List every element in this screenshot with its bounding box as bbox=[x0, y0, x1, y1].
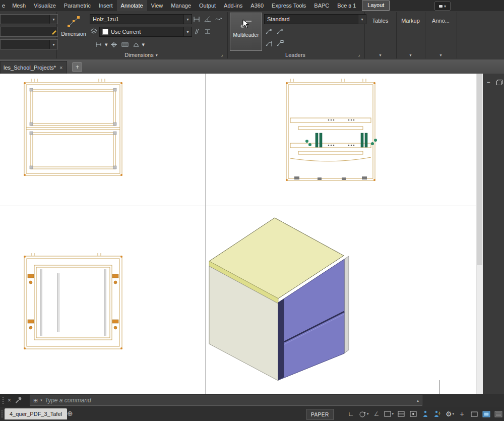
settings-gear-icon[interactable]: ⚙ ▾ bbox=[446, 409, 454, 419]
leader-tools-row1 bbox=[264, 27, 285, 36]
close-icon[interactable]: × bbox=[8, 397, 11, 404]
panel-separator bbox=[227, 12, 228, 58]
adjust-space-icon[interactable] bbox=[203, 27, 213, 36]
close-icon[interactable]: × bbox=[59, 65, 62, 71]
document-tab[interactable]: les_School_Projects* × bbox=[0, 61, 67, 74]
angular-dimension-icon[interactable] bbox=[203, 14, 213, 23]
plus-icon: + bbox=[76, 64, 79, 71]
clean-screen-icon[interactable] bbox=[470, 409, 478, 419]
dimension-button[interactable]: Dimension bbox=[59, 14, 88, 49]
tab-vse-v-1[interactable]: Все в 1 bbox=[333, 0, 360, 11]
multileader-button[interactable]: Multileader bbox=[230, 13, 262, 51]
chevron-down-icon[interactable]: ▾ bbox=[397, 53, 424, 57]
tab-parametric[interactable]: Parametric bbox=[60, 0, 95, 11]
command-input[interactable]: ⊞ ▾ Type a command ▴ bbox=[30, 395, 422, 406]
tables-panel[interactable]: Tables ▾ bbox=[365, 11, 396, 59]
chevron-down-icon: ▾ bbox=[156, 53, 158, 57]
layout-canvas[interactable] bbox=[0, 74, 476, 394]
chevron-down-icon: ▾ bbox=[444, 4, 446, 9]
update-icon[interactable] bbox=[131, 40, 141, 49]
dialog-launcher-icon[interactable]: ⌟ bbox=[358, 52, 360, 57]
tab-output[interactable]: Output bbox=[195, 0, 220, 11]
autocad-window: e Mesh Visualize Parametric Insert Annot… bbox=[0, 0, 504, 421]
tolerance-icon[interactable] bbox=[94, 40, 104, 49]
isodraft-icon[interactable]: ▾ bbox=[359, 409, 369, 419]
display-blue-icon[interactable] bbox=[482, 409, 490, 419]
paper-space-button[interactable]: PAPER bbox=[306, 409, 334, 420]
gear-icon: ⚙ bbox=[446, 410, 452, 418]
tab-cropped[interactable]: e bbox=[0, 0, 8, 11]
leaders-panel-footer[interactable]: Leaders bbox=[229, 51, 361, 59]
gizmo-icon[interactable] bbox=[397, 409, 406, 419]
chevron-down-icon[interactable]: ▾ bbox=[40, 398, 42, 402]
command-box-icon[interactable]: ⊞ bbox=[33, 397, 38, 404]
ribbon-display-toggle[interactable]: ▾ bbox=[434, 2, 451, 11]
polar-angle-icon[interactable]: ∠ bbox=[372, 409, 381, 419]
tab-a360[interactable]: A360 bbox=[246, 0, 268, 11]
chevron-down-icon[interactable]: ▾ bbox=[183, 27, 192, 36]
tab-visualize[interactable]: Visualize bbox=[30, 0, 60, 11]
dimensions-panel-footer[interactable]: Dimensions ▾ bbox=[58, 51, 224, 59]
snap-icon[interactable]: ∟ bbox=[347, 409, 355, 419]
align-leaders-icon[interactable] bbox=[264, 39, 274, 48]
dialog-launcher-icon[interactable]: ⌟ bbox=[221, 52, 223, 57]
text-style-combo[interactable]: ▾ bbox=[0, 14, 58, 24]
new-layout-icon[interactable]: ⊕ bbox=[67, 409, 73, 417]
inspect-icon[interactable] bbox=[120, 40, 130, 49]
markup-panel[interactable]: Markup ▾ bbox=[397, 11, 424, 59]
command-history-icon[interactable]: ▴ bbox=[417, 398, 419, 403]
command-placeholder: Type a command bbox=[45, 397, 91, 404]
layers-icon bbox=[90, 27, 98, 35]
chevron-down-icon[interactable]: ▾ bbox=[183, 15, 192, 24]
dim-layer-combo[interactable]: Use Current ▾ bbox=[99, 27, 192, 37]
annotation-scale-combo[interactable] bbox=[0, 27, 58, 37]
layout-tab-active[interactable]: 4_quer_PDF_3_Tafel bbox=[5, 408, 67, 419]
tab-manage[interactable]: Manage bbox=[167, 0, 195, 11]
display-gray-icon[interactable] bbox=[494, 409, 502, 419]
jogged-dimension-icon[interactable] bbox=[214, 14, 224, 23]
paper-label: PAPER bbox=[311, 412, 329, 417]
chevron-down-icon[interactable]: ▾ bbox=[425, 53, 456, 57]
annotate-more-panel[interactable]: Anno... ▾ bbox=[425, 11, 456, 59]
remove-leader-icon[interactable] bbox=[275, 27, 285, 36]
tab-insert[interactable]: Insert bbox=[95, 0, 117, 11]
autoscale-person-icon[interactable] bbox=[421, 409, 430, 419]
wrench-icon[interactable] bbox=[15, 397, 22, 404]
dimension-break-icon[interactable] bbox=[192, 27, 202, 36]
paper-edge-line bbox=[439, 380, 440, 394]
annotation-scale-person-icon[interactable] bbox=[433, 409, 442, 419]
selection-cycling-icon[interactable]: ▾ bbox=[384, 409, 394, 419]
annotation-visibility-icon[interactable] bbox=[409, 409, 418, 419]
object-style-combo[interactable]: ▾ bbox=[0, 39, 58, 49]
vertical-scrollbar[interactable] bbox=[476, 74, 483, 394]
new-document-tab-button[interactable]: + bbox=[72, 62, 82, 72]
viewport-restore-button[interactable] bbox=[495, 79, 502, 86]
chevron-down-icon[interactable]: ▾ bbox=[105, 41, 108, 48]
scrollbar-thumb[interactable] bbox=[477, 74, 482, 265]
status-bar: 4_quer_PDF_3_Tafel ⊕ PAPER ∟ ▾ ∠ ▾ bbox=[0, 407, 504, 421]
drag-grip[interactable] bbox=[2, 396, 4, 404]
mleader-style-combo[interactable]: Standard ▾ bbox=[264, 14, 366, 24]
chevron-down-icon[interactable]: ▾ bbox=[142, 41, 145, 48]
drag-grip[interactable] bbox=[1, 410, 3, 418]
tab-view[interactable]: View bbox=[147, 0, 167, 11]
dimension-break-row bbox=[192, 27, 213, 36]
tab-mesh[interactable]: Mesh bbox=[8, 0, 30, 11]
linear-dimension-icon[interactable] bbox=[192, 14, 202, 23]
tab-bapc[interactable]: BAPC bbox=[310, 0, 333, 11]
collect-leaders-icon[interactable] bbox=[275, 39, 285, 48]
restore-icon-front bbox=[496, 81, 501, 85]
chevron-down-icon[interactable]: ▾ bbox=[49, 15, 57, 24]
tab-layout[interactable]: Layout bbox=[362, 1, 390, 11]
center-mark-icon[interactable] bbox=[109, 40, 119, 49]
dim-style-combo[interactable]: Holz_1zu1 ▾ bbox=[90, 14, 192, 24]
leaders-panel-label: Leaders bbox=[285, 52, 305, 58]
viewport-minimize-button[interactable]: − bbox=[485, 79, 492, 86]
chevron-down-icon[interactable]: ▾ bbox=[365, 53, 396, 57]
tab-addins[interactable]: Add-ins bbox=[220, 0, 246, 11]
add-leader-icon[interactable] bbox=[264, 27, 274, 36]
chevron-down-icon[interactable]: ▾ bbox=[49, 40, 57, 49]
tab-annotate[interactable]: Annotate bbox=[117, 0, 147, 11]
tab-express-tools[interactable]: Express Tools bbox=[268, 0, 310, 11]
customize-plus-icon[interactable]: + bbox=[458, 409, 466, 419]
